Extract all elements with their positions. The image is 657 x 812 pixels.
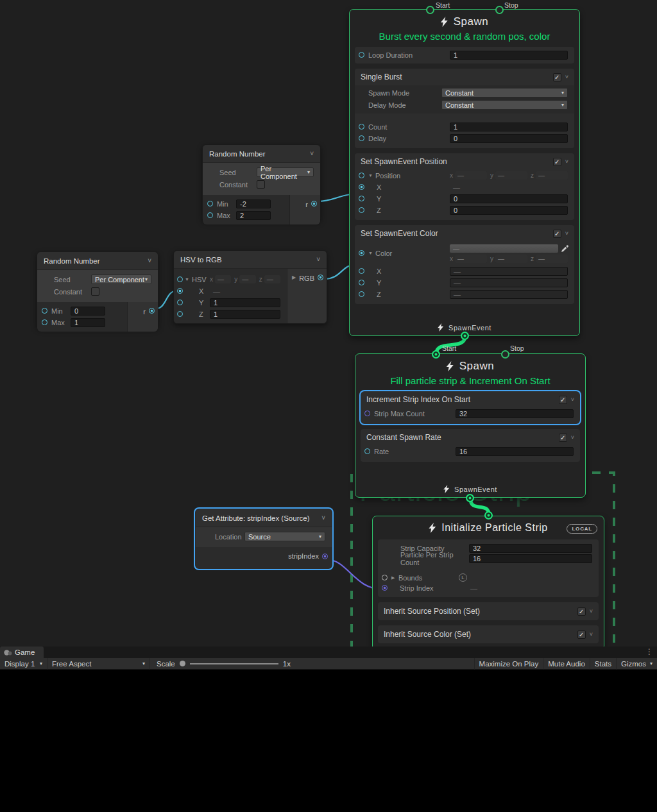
collapse-chevron-icon[interactable]: ˅	[316, 256, 320, 263]
eyedropper-icon[interactable]	[561, 244, 569, 253]
get-attribute-node[interactable]: Get Attribute: stripIndex (Source)˅ Loca…	[195, 509, 332, 569]
initialize-particle-strip-context[interactable]: Initialize Particle Strip LOCAL Strip Ca…	[372, 516, 604, 650]
expander-right-icon[interactable]: ▶	[391, 575, 398, 580]
aspect-dropdown[interactable]: Free Aspect▾	[47, 658, 150, 670]
block-enabled-checkbox[interactable]: ✓	[577, 607, 586, 616]
spawn-strip-context[interactable]: Spawn Fill particle strip & Increment On…	[355, 353, 586, 498]
hsv-z-field[interactable]: 1	[210, 310, 280, 319]
color-y-minifield[interactable]: —	[495, 255, 527, 263]
max-port[interactable]	[42, 319, 47, 325]
hsv-to-rgb-node[interactable]: HSV to RGB˅ ▼ HSV x— y— z— X — Y 1	[173, 250, 327, 324]
position-y-field[interactable]: 0	[450, 194, 568, 203]
position-y-port[interactable]	[359, 196, 364, 201]
max-field[interactable]: 1	[71, 318, 105, 327]
display-dropdown[interactable]: Display 1▾	[0, 658, 47, 670]
flow-port-initialize-in[interactable]	[484, 511, 493, 520]
block-inherit-source-position[interactable]: Inherit Source Position (Set) ✓ ˅	[378, 602, 599, 620]
hsv-z-minifield[interactable]: —	[264, 275, 280, 283]
collapse-chevron-icon[interactable]: ˅	[571, 434, 574, 441]
flow-port-spawnevent-out[interactable]	[466, 494, 474, 502]
collapse-chevron-icon[interactable]: ˅	[321, 514, 325, 521]
count-field[interactable]: 1	[450, 123, 568, 131]
loop-duration-field[interactable]: 1	[450, 51, 568, 60]
loop-duration-port[interactable]	[359, 52, 364, 58]
max-port[interactable]	[207, 212, 213, 218]
hsv-x-port-connected[interactable]	[177, 288, 183, 294]
delay-field[interactable]: 0	[450, 134, 568, 143]
strip-max-count-field[interactable]: 32	[456, 409, 574, 418]
color-x-port[interactable]	[359, 268, 364, 274]
flow-port-spawnevent-out[interactable]	[461, 332, 469, 340]
stripindex-output-port[interactable]	[322, 554, 328, 559]
position-z-field[interactable]: 0	[450, 206, 568, 215]
color-swatch-field[interactable]: —	[450, 244, 558, 253]
block-enabled-checkbox[interactable]: ✓	[577, 630, 586, 639]
seed-dropdown[interactable]: Per Component▾	[257, 167, 314, 177]
scale-slider-track[interactable]	[190, 663, 278, 664]
block-constant-spawn-rate[interactable]: Constant Spawn Rate ✓ ˅ Rate 16	[361, 429, 580, 462]
spawn-burst-context[interactable]: Spawn Burst every second & random pos, c…	[349, 9, 580, 336]
block-increment-strip-index[interactable]: Increment Strip Index On Start ✓ ˅ Strip…	[361, 391, 580, 424]
hsv-y-port[interactable]	[177, 300, 183, 305]
flow-port-stop[interactable]	[501, 350, 509, 359]
bounds-port[interactable]	[382, 575, 388, 580]
mute-audio-button[interactable]: Mute Audio	[543, 658, 590, 670]
location-dropdown[interactable]: Source▾	[244, 532, 325, 541]
min-field[interactable]: -2	[236, 199, 271, 208]
gizmos-dropdown[interactable]: Gizmos▾	[616, 658, 657, 670]
random-output-port[interactable]	[311, 201, 317, 207]
constant-checkbox[interactable]	[91, 287, 99, 296]
seed-dropdown[interactable]: Per Component▾	[91, 275, 151, 284]
strip-max-count-port[interactable]	[364, 410, 370, 416]
game-viewport[interactable]	[0, 670, 657, 812]
block-enabled-checkbox[interactable]: ✓	[559, 396, 567, 404]
position-port[interactable]	[359, 173, 364, 178]
hsv-z-port[interactable]	[177, 311, 183, 317]
block-single-burst[interactable]: Single Burst ✓ ˅ Spawn Mode Constant▾ De…	[355, 69, 574, 148]
block-loop-duration[interactable]: Loop Duration 1	[355, 47, 574, 63]
min-field[interactable]: 0	[71, 307, 105, 316]
block-set-spawnevent-color[interactable]: Set SpawnEvent Color ✓ ˅ ▼ Color — x— y—…	[355, 225, 574, 304]
color-y-port[interactable]	[359, 280, 364, 285]
random-number-node-hue[interactable]: Random Number˅ Seed Per Component▾ Const…	[37, 251, 158, 328]
strip-index-port-connected[interactable]	[382, 585, 388, 591]
collapse-chevron-icon[interactable]: ˅	[310, 150, 314, 157]
position-z-minifield[interactable]: —	[536, 171, 568, 180]
local-space-badge[interactable]: LOCAL	[567, 524, 597, 534]
max-field[interactable]: 2	[236, 211, 271, 220]
color-port-connected[interactable]	[359, 250, 364, 256]
count-port[interactable]	[359, 124, 364, 130]
hsv-y-field[interactable]: 1	[210, 298, 280, 307]
collapse-chevron-icon[interactable]: ˅	[565, 230, 568, 237]
color-z-minifield[interactable]: —	[536, 255, 568, 263]
block-initialize-header[interactable]: Strip Capacity 32 Particle Per Strip Cou…	[378, 539, 599, 597]
flow-port-stop[interactable]	[495, 6, 504, 14]
tab-game[interactable]: Game	[0, 647, 44, 658]
position-z-port[interactable]	[359, 207, 364, 213]
hsv-y-minifield[interactable]: —	[239, 275, 255, 283]
flow-port-start-connected[interactable]	[432, 350, 440, 359]
output-expander-icon[interactable]: ▶	[292, 275, 296, 280]
position-x-port-connected[interactable]	[359, 184, 364, 190]
min-port[interactable]	[42, 308, 47, 314]
min-port[interactable]	[207, 201, 213, 207]
block-set-spawnevent-position[interactable]: Set SpawnEvent Position ✓ ˅ ▼ Position x…	[355, 153, 574, 220]
kebab-menu-icon[interactable]: ⋮	[645, 647, 653, 656]
delay-port[interactable]	[359, 135, 364, 141]
particle-per-strip-count-field[interactable]: 16	[469, 554, 592, 563]
collapse-chevron-icon[interactable]: ˅	[590, 608, 593, 614]
expander-icon[interactable]: ▼	[368, 173, 375, 178]
collapse-chevron-icon[interactable]: ˅	[565, 74, 568, 80]
expander-icon[interactable]: ▼	[185, 277, 192, 282]
block-inherit-source-color[interactable]: Inherit Source Color (Set) ✓ ˅	[378, 625, 599, 643]
collapse-chevron-icon[interactable]: ˅	[565, 158, 568, 165]
scale-slider-knob[interactable]	[180, 661, 185, 666]
block-enabled-checkbox[interactable]: ✓	[553, 73, 561, 81]
position-x-minifield[interactable]: —	[455, 171, 487, 180]
color-z-port[interactable]	[359, 291, 364, 297]
hsv-port[interactable]	[177, 276, 183, 282]
rate-field[interactable]: 16	[456, 447, 574, 456]
random-number-node-position[interactable]: Random Number˅ Seed Per Component▾ Const…	[202, 144, 321, 221]
flow-port-start[interactable]	[426, 6, 434, 14]
block-enabled-checkbox[interactable]: ✓	[553, 230, 561, 238]
